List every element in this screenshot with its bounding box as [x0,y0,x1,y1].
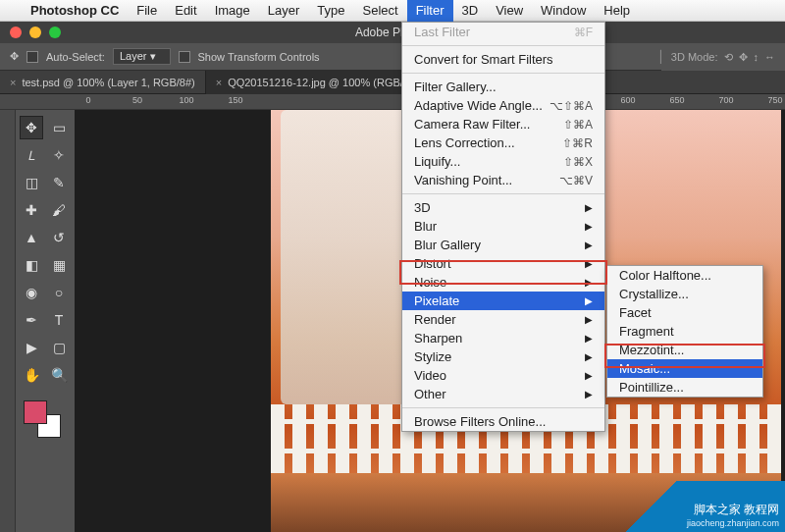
tools-panel: ✥▭𝘓✧◫✎✚🖌▲↺◧▦◉○✒T▶▢✋🔍 [16,110,75,532]
rectangle-tool[interactable]: ▢ [47,336,71,359]
options-bar-3d: 3D Mode: ⟲ ✥ ↕ ↔ [661,43,785,71]
move-tool[interactable]: ✥ [20,116,43,139]
close-icon[interactable]: × [216,71,222,94]
auto-select-checkbox[interactable] [26,51,38,63]
ruler-tick: 0 [85,95,90,105]
menu-item-browse-filters[interactable]: Browse Filters Online... [402,412,604,431]
ruler-tick: 750 [767,95,782,105]
ruler-tick: 650 [669,95,684,105]
ruler-tick: 50 [132,95,142,105]
dodge-tool[interactable]: ○ [47,281,71,304]
hand-tool[interactable]: ✋ [20,363,43,387]
auto-select-dropdown[interactable]: Layer ▾ [113,48,171,65]
history-brush-tool[interactable]: ↺ [47,226,71,249]
window-close-button[interactable] [10,27,22,38]
zoom-tool[interactable]: 🔍 [47,363,71,387]
rect-marquee-tool[interactable]: ▭ [47,116,71,139]
menu-item-sharpen[interactable]: Sharpen▶ [402,329,604,347]
gradient-tool[interactable]: ▦ [47,253,71,277]
menu-edit[interactable]: Edit [166,0,205,22]
submenu-item-color-halftone[interactable]: Color Halftone... [607,266,762,285]
document-tab-2[interactable]: × QQ20151216-12.jpg @ 100% (RGB/8*) [206,71,428,94]
document-tab-label: test.psd @ 100% (Layer 1, RGB/8#) [22,71,194,94]
pen-tool[interactable]: ✒ [20,308,43,332]
eraser-tool[interactable]: ◧ [20,253,43,277]
brush-tool[interactable]: 🖌 [47,198,71,222]
menu-item-filter-gallery[interactable]: Filter Gallery... [402,78,604,96]
ruler-tick: 150 [228,95,242,105]
ruler-tick: 600 [620,95,635,105]
crop-tool[interactable]: ◫ [20,171,43,194]
menu-filter[interactable]: Filter [407,0,453,22]
path-select-tool[interactable]: ▶ [20,336,43,359]
menu-view[interactable]: View [487,0,532,22]
menu-item-pixelate[interactable]: Pixelate▶ [402,292,604,310]
lasso-tool[interactable]: 𝘓 [20,143,43,167]
ruler-tick: 100 [179,95,193,105]
submenu-item-facet[interactable]: Facet [607,303,762,322]
document-tabs: × test.psd @ 100% (Layer 1, RGB/8#) × QQ… [0,71,785,94]
mac-menubar: Photoshop CC File Edit Image Layer Type … [0,0,785,22]
dolly-icon[interactable]: ↕ [754,51,759,63]
pixelate-submenu: Color Halftone...Crystallize...FacetFrag… [606,265,763,398]
menu-item-video[interactable]: Video▶ [402,366,604,385]
ruler-vertical[interactable] [0,110,16,532]
submenu-item-mosaic[interactable]: Mosaic... [607,359,762,378]
menu-item-lens-correction[interactable]: Lens Correction...⇧⌘R [402,133,604,152]
auto-select-label: Auto-Select: [46,51,105,63]
type-tool[interactable]: T [47,308,71,332]
show-transform-label: Show Transform Controls [198,51,320,63]
app-menu[interactable]: Photoshop CC [22,0,128,22]
menu-file[interactable]: File [128,0,166,22]
menu-item-stylize[interactable]: Stylize▶ [402,347,604,366]
color-swatches[interactable] [24,400,63,440]
magic-wand-tool[interactable]: ✧ [47,143,71,167]
menu-item-blur[interactable]: Blur▶ [402,217,604,236]
filter-menu-dropdown: Last Filter⌘F Convert for Smart Filters … [401,22,605,432]
ruler-tick: 700 [718,95,733,105]
watermark: 脚本之家 教程网 jiaocheng.zhanjian.com [608,481,785,532]
document-tab-1[interactable]: × test.psd @ 100% (Layer 1, RGB/8#) [0,71,206,94]
healing-brush-tool[interactable]: ✚ [20,198,43,222]
menu-item-smart-filters[interactable]: Convert for Smart Filters [402,50,604,69]
menu-type[interactable]: Type [308,0,353,22]
menu-help[interactable]: Help [595,0,639,22]
pan-icon[interactable]: ✥ [739,51,748,64]
slide-icon[interactable]: ↔ [764,51,775,63]
close-icon[interactable]: × [10,71,16,94]
menu-item-blur-gallery[interactable]: Blur Gallery▶ [402,236,604,254]
orbit-icon[interactable]: ⟲ [724,51,733,64]
fg-color-swatch[interactable] [24,400,47,424]
submenu-item-mezzotint[interactable]: Mezzotint... [607,341,762,359]
menu-item-liquify[interactable]: Liquify...⇧⌘X [402,152,604,171]
menu-item-last-filter: Last Filter⌘F [402,23,604,41]
document-tab-label: QQ20151216-12.jpg @ 100% (RGB/8*) [228,71,417,94]
menu-layer[interactable]: Layer [259,0,309,22]
menu-item-vanishing-point[interactable]: Vanishing Point...⌥⌘V [402,171,604,189]
menu-item-distort[interactable]: Distort▶ [402,254,604,273]
submenu-item-crystallize[interactable]: Crystallize... [607,285,762,303]
menu-select[interactable]: Select [353,0,406,22]
blur-tool[interactable]: ◉ [20,281,43,304]
menu-image[interactable]: Image [206,0,259,22]
window-titlebar: Adobe Photoshop CC 2015 [0,22,785,43]
submenu-item-pointillize[interactable]: Pointillize... [607,378,762,397]
ruler-horizontal[interactable]: 0 50 100 150 600 650 700 750 [0,94,785,110]
menu-window[interactable]: Window [532,0,595,22]
menu-3d[interactable]: 3D [453,0,488,22]
menu-item-noise[interactable]: Noise▶ [402,273,604,292]
menu-item-adaptive-wide-angle[interactable]: Adaptive Wide Angle...⌥⇧⌘A [402,96,604,115]
clone-stamp-tool[interactable]: ▲ [20,226,43,249]
eyedropper-tool[interactable]: ✎ [47,171,71,194]
menu-item-camera-raw-filter[interactable]: Camera Raw Filter...⇧⌘A [402,115,604,133]
3d-mode-label: 3D Mode: [671,51,718,63]
menu-item-render[interactable]: Render▶ [402,310,604,329]
show-transform-checkbox[interactable] [179,51,190,63]
move-tool-indicator-icon: ✥ [10,50,19,63]
menu-item-other[interactable]: Other▶ [402,385,604,403]
window-minimize-button[interactable] [29,27,41,38]
window-zoom-button[interactable] [49,27,61,38]
submenu-item-fragment[interactable]: Fragment [607,322,762,341]
menu-item-3d[interactable]: 3D▶ [402,198,604,217]
